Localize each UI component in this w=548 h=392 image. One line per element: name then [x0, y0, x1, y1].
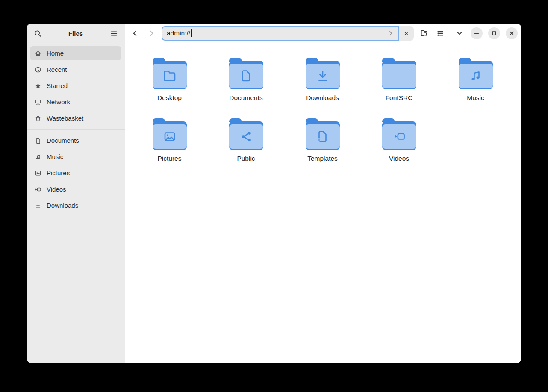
home-icon: [35, 50, 41, 57]
folder-icon: [381, 118, 417, 151]
trash-icon: [35, 115, 41, 122]
back-button[interactable]: [128, 26, 142, 41]
sidebar-item-label: Starred: [47, 82, 68, 89]
search-button[interactable]: [32, 28, 43, 39]
search-everywhere-button[interactable]: [417, 26, 431, 41]
minimize-button[interactable]: [471, 27, 483, 39]
document-icon: [35, 137, 41, 144]
folder-item-downloads[interactable]: Downloads: [284, 52, 361, 112]
minimize-icon: [473, 29, 480, 37]
folder-icon: [152, 57, 188, 90]
sidebar-item-label: Recent: [47, 66, 67, 73]
sidebar-item-label: Music: [47, 153, 63, 160]
sidebar-item-label: Pictures: [47, 169, 70, 177]
sidebar-item-label: Videos: [47, 186, 66, 193]
folder-grid: Desktop Documents Downloads FontSRC Musi: [125, 43, 521, 173]
sidebar-item-music[interactable]: Music: [30, 150, 121, 164]
close-icon: [403, 30, 410, 37]
sidebar-item-videos[interactable]: Videos: [30, 182, 121, 196]
location-entry[interactable]: admin://: [162, 26, 399, 41]
folder-icon: [305, 57, 341, 90]
chevron-down-icon: [456, 29, 463, 37]
folder-item-desktop[interactable]: Desktop: [131, 52, 208, 112]
sidebar-item-label: Documents: [47, 137, 79, 144]
close-location-entry-button[interactable]: [399, 26, 414, 41]
folder-item-fontsrc[interactable]: FontSRC: [361, 52, 437, 112]
sidebar-item-label: Wastebasket: [47, 115, 83, 122]
location-entry-group: admin://: [162, 26, 414, 41]
sidebar-item-label: Home: [47, 50, 64, 57]
files-window: Files Home Recent Starred Network: [27, 24, 521, 363]
network-icon: [35, 99, 41, 106]
close-icon: [508, 29, 516, 37]
forward-icon: [147, 29, 155, 37]
file-browser-area: Desktop Documents Downloads FontSRC Musi: [125, 43, 521, 363]
forward-button[interactable]: [144, 26, 159, 41]
folder-item-public[interactable]: Public: [208, 112, 284, 173]
sidebar-divider: [27, 129, 125, 130]
folder-icon: [458, 57, 494, 90]
sidebar-item-recent[interactable]: Recent: [30, 62, 121, 77]
image-icon: [35, 170, 41, 177]
hamburger-menu-icon: [110, 30, 118, 37]
clock-icon: [35, 66, 41, 73]
maximize-icon: [490, 29, 498, 37]
sidebar: Files Home Recent Starred Network: [27, 24, 125, 363]
maximize-button[interactable]: [488, 27, 500, 39]
folder-item-videos[interactable]: Videos: [361, 112, 437, 173]
download-icon: [35, 202, 41, 209]
sidebar-item-label: Network: [47, 98, 70, 106]
view-options-button[interactable]: [454, 26, 465, 41]
folder-icon: [228, 118, 264, 151]
main-menu-button[interactable]: [108, 28, 119, 39]
folder-item-templates[interactable]: Templates: [284, 112, 361, 173]
sidebar-item-label: Downloads: [47, 202, 78, 209]
sidebar-item-starred[interactable]: Starred: [30, 79, 121, 93]
star-icon: [35, 83, 41, 89]
close-window-button[interactable]: [506, 27, 518, 39]
sidebar-item-downloads[interactable]: Downloads: [30, 198, 121, 212]
sidebar-places-list: Home Recent Starred Network Wastebasket: [27, 43, 125, 215]
sidebar-item-home[interactable]: Home: [30, 46, 121, 60]
folder-icon: [305, 118, 341, 151]
app-title: Files: [43, 30, 108, 37]
headerbar: admin://: [125, 24, 521, 43]
folder-item-music[interactable]: Music: [437, 52, 514, 112]
sidebar-item-documents[interactable]: Documents: [30, 133, 121, 147]
location-entry-value: admin://: [167, 29, 190, 37]
folder-item-documents[interactable]: Documents: [208, 52, 284, 112]
folder-icon: [152, 118, 188, 151]
folder-search-icon: [420, 29, 428, 37]
sidebar-header: Files: [27, 24, 125, 43]
toolbar-divider: [451, 29, 451, 38]
go-next-icon[interactable]: [387, 29, 395, 37]
sidebar-item-pictures[interactable]: Pictures: [30, 166, 121, 180]
folder-item-pictures[interactable]: Pictures: [131, 112, 208, 173]
folder-label: Downloads: [306, 94, 339, 102]
folder-icon: [381, 57, 417, 90]
text-cursor: [191, 29, 192, 37]
list-view-button[interactable]: [433, 26, 448, 41]
sidebar-item-network[interactable]: Network: [30, 95, 121, 109]
folder-label: Public: [237, 155, 255, 162]
list-view-icon: [436, 29, 444, 37]
folder-label: Desktop: [157, 94, 182, 102]
folder-label: Videos: [389, 155, 409, 162]
folder-label: FontSRC: [386, 94, 413, 102]
main-pane: admin://: [125, 24, 521, 363]
folder-label: Documents: [229, 94, 262, 102]
back-icon: [131, 29, 139, 37]
music-note-icon: [35, 153, 41, 160]
sidebar-item-wastebasket[interactable]: Wastebasket: [30, 111, 121, 125]
folder-icon: [228, 57, 264, 90]
video-camera-icon: [35, 186, 41, 193]
folder-label: Music: [467, 94, 484, 102]
folder-label: Templates: [307, 155, 338, 162]
folder-label: Pictures: [158, 155, 182, 162]
search-icon: [34, 30, 41, 37]
